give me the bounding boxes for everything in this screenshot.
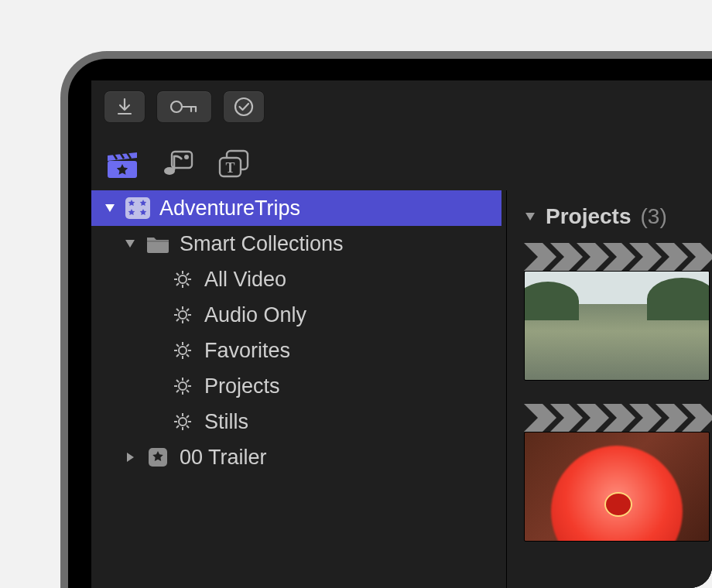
projects-title: Projects [546,204,632,229]
chevron-strip-icon [524,404,712,432]
disclosure-triangle-icon [524,211,536,222]
tree-item-label: Smart Collections [180,232,344,256]
tree-item-label: Stills [204,410,248,434]
libraries-tab[interactable] [101,146,144,182]
key-icon [168,98,200,115]
disclosure-triangle-icon[interactable] [102,203,118,214]
media-browser-tab[interactable] [156,146,200,182]
svg-point-1 [235,98,252,115]
smart-collection-row[interactable]: Favorites [91,333,501,368]
keyword-button[interactable] [156,91,212,123]
svg-point-22 [179,347,187,354]
library-sidebar: AdventureTrips Smart Collections [91,190,501,588]
chevron-strip-icon [524,243,712,271]
project-thumbnail [524,271,710,381]
smart-collection-row[interactable]: Audio Only [91,297,501,333]
viewport: T All Clips [0,0,712,588]
project-item[interactable] [524,404,712,542]
svg-point-23 [179,382,187,390]
svg-point-24 [179,418,187,426]
import-button[interactable] [104,91,145,123]
sidebar-mode-row: T All Clips [91,141,712,187]
svg-rect-19 [147,241,169,242]
svg-rect-18 [125,197,150,219]
library-four-stars-icon [122,197,153,220]
photos-music-icon [162,149,194,179]
tree-item-label: All Video [204,268,286,292]
tree-item-label: AdventureTrips [159,197,300,220]
app-window: T All Clips [91,80,712,588]
event-row-00-trailer[interactable]: 00 Trailer [91,439,501,475]
tree-item-label: 00 Trailer [180,446,267,470]
svg-point-21 [179,311,187,319]
projects-count: (3) [641,204,667,229]
projects-panel: Projects (3) [506,190,712,588]
top-toolbar [91,80,712,133]
folder-row-smart-collections[interactable]: Smart Collections [91,226,501,262]
gear-icon [167,269,198,289]
gear-icon [167,412,198,432]
project-item[interactable] [524,243,712,381]
titles-icon: T [217,149,250,179]
svg-point-0 [171,101,182,112]
smart-collection-row[interactable]: All Video [91,262,501,297]
project-thumbnail [524,432,710,542]
smart-collection-row[interactable]: Stills [91,404,501,439]
checkmark-circle-icon [233,96,255,118]
smart-collection-row[interactable]: Projects [91,368,501,404]
disclosure-triangle-icon[interactable] [122,451,138,463]
download-arrow-icon [116,97,133,116]
svg-point-4 [184,155,189,159]
gear-icon [167,340,198,361]
projects-header[interactable]: Projects (3) [524,204,712,229]
disclosure-triangle-icon[interactable] [122,238,138,249]
event-star-icon [142,446,173,468]
tree-item-label: Projects [204,374,280,398]
background-tasks-button[interactable] [223,91,265,123]
library-row-adventuretrips[interactable]: AdventureTrips [91,190,501,226]
svg-text:T: T [225,160,234,176]
tree-item-label: Audio Only [204,303,306,327]
gear-icon [167,305,198,325]
gear-icon [167,376,198,396]
clapperboard-star-icon [106,149,139,179]
svg-point-20 [179,275,187,283]
tree-item-label: Favorites [204,339,290,363]
titles-generators-tab[interactable]: T [212,146,255,182]
folder-icon [142,234,173,253]
